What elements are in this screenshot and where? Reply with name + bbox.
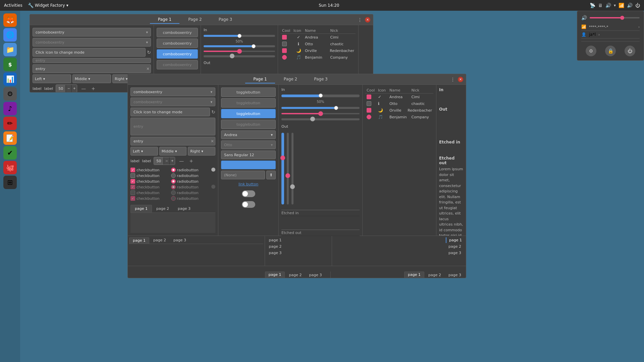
large-entry1[interactable]: entry — [130, 118, 215, 135]
small-check-orville[interactable] — [282, 48, 287, 53]
large-vb-tab3-page3[interactable]: page 3 — [445, 272, 465, 278]
small-toggle2[interactable]: comboboxentry — [157, 39, 198, 48]
large-switch2[interactable] — [242, 201, 255, 208]
large-hslider-pink-thumb[interactable] — [318, 111, 323, 116]
large-toggle4[interactable]: togglebutton — [221, 120, 276, 129]
large-check-andrea[interactable] — [367, 95, 371, 99]
small-combobox1[interactable]: comboboxentry ▾ — [33, 28, 151, 37]
large-radio1-box[interactable] — [171, 168, 176, 172]
volume-tray-icon[interactable]: 🔊 — [627, 3, 633, 8]
small-entry2-clear-icon[interactable]: × — [146, 66, 150, 71]
small-toggle1[interactable]: comboboxentry — [157, 28, 198, 37]
small-toggle3[interactable]: comboboxentry — [157, 49, 198, 59]
app-title-area[interactable]: 🔧 Widget Factory ▾ — [28, 3, 68, 8]
desktop-icon-music[interactable]: ♪ — [3, 102, 17, 115]
small-table-row-andrea[interactable]: ✓ Andrea Cimi — [281, 34, 356, 41]
large-vb-tab2-page3[interactable]: page 3 — [306, 272, 325, 278]
small-entry1[interactable]: entry — [33, 58, 151, 63]
large-table-row-benjamin[interactable]: 🎵 Benjamin Company — [365, 114, 433, 120]
large-switch1[interactable] — [242, 190, 255, 197]
large-nb-tab1[interactable]: page 1 — [130, 205, 152, 213]
large-vslider2[interactable] — [287, 133, 289, 204]
small-window-close-button[interactable]: × — [365, 17, 370, 22]
large-link-button[interactable]: link button — [221, 181, 276, 188]
power-action-button[interactable]: ⏻ — [625, 46, 635, 56]
large-table-row-andrea[interactable]: ✓ Andrea Cimi — [365, 94, 433, 100]
large-checkbutton5[interactable]: checkbutton — [130, 190, 168, 195]
large-radiobutton3[interactable]: radiobutton — [171, 179, 209, 184]
large-bottom-list2-page3[interactable]: page 3 — [266, 250, 330, 256]
large-vb-tab3-page2[interactable]: page 2 — [425, 272, 444, 278]
large-tab-page3[interactable]: Page 3 — [306, 75, 336, 83]
large-radiobutton5[interactable]: radiobutton — [171, 190, 209, 195]
small-check-otto[interactable] — [282, 42, 287, 46]
network-tray-icon[interactable]: 📡 — [590, 3, 595, 8]
small-hslider2-thumb[interactable] — [252, 44, 256, 48]
large-table-row-orville[interactable]: 🌙 Orville Redenbacher — [365, 107, 433, 114]
large-vslider3-thumb[interactable] — [290, 184, 295, 189]
small-hslider-pink-thumb[interactable] — [237, 49, 242, 54]
large-tab-page1[interactable]: Page 1 — [245, 75, 275, 83]
small-spin-plus[interactable]: + — [72, 85, 77, 92]
large-combo-otto[interactable]: Otto ▾ — [221, 140, 276, 149]
large-bottom-list2-page2[interactable]: page 2 — [266, 244, 330, 249]
small-hslider3-thumb[interactable] — [230, 54, 234, 58]
large-checkbutton3[interactable]: checkbutton — [130, 179, 168, 184]
large-file-chooser[interactable]: (None) — [221, 171, 265, 179]
large-hslider3-thumb[interactable] — [310, 117, 315, 121]
wifi-row[interactable]: 📶 ****-****-* › — [581, 23, 640, 31]
small-entry2[interactable]: entry — [33, 64, 151, 73]
small-align-middle[interactable]: Middle▾ — [72, 74, 111, 83]
desktop-icon-apps[interactable]: ⊞ — [3, 176, 17, 189]
large-hslider1[interactable] — [281, 95, 360, 97]
volume-slider[interactable] — [590, 17, 640, 18]
user-row[interactable]: 👤 ja*l › — [581, 31, 640, 39]
large-check1-box[interactable] — [130, 168, 135, 172]
large-checkbutton2[interactable]: checkbutton — [130, 173, 168, 178]
large-vslider3[interactable] — [291, 133, 293, 204]
large-checkbutton6[interactable]: checkbutton — [130, 196, 168, 201]
large-vslider2-thumb[interactable] — [285, 173, 290, 178]
large-table-row-otto[interactable]: ℹ Otto chaotic — [365, 100, 433, 107]
small-spin-box[interactable]: 50 − + — [56, 84, 77, 92]
small-check-benjamin[interactable] — [282, 55, 287, 60]
large-hslider2[interactable] — [281, 107, 360, 109]
large-nb-tab2[interactable]: page 2 — [152, 205, 173, 213]
desktop-icon-gitkraken[interactable]: 🐙 — [3, 161, 17, 174]
large-check5-box[interactable] — [130, 190, 135, 195]
small-tab-page2[interactable]: Page 2 — [180, 16, 210, 24]
small-align-left[interactable]: Left▾ — [33, 74, 71, 83]
large-combobox2[interactable]: comboboxentry ▾ — [130, 98, 215, 106]
desktop-icon-firefox[interactable]: 🦊 — [3, 13, 17, 27]
large-icon-mode-entry[interactable]: Click icon to change mode — [130, 108, 210, 116]
large-vslider1-thumb[interactable] — [280, 156, 285, 160]
small-hslider-pink[interactable] — [204, 51, 275, 52]
desktop-icon-dollar[interactable]: $ — [3, 58, 17, 71]
volume-thumb[interactable] — [620, 16, 624, 20]
large-align-right[interactable]: Right▾ — [188, 147, 215, 156]
large-nb-tab3[interactable]: page 3 — [173, 205, 195, 213]
large-checkbutton1[interactable]: checkbutton — [130, 168, 168, 172]
display-tray-icon[interactable]: 🖥 — [598, 3, 603, 8]
desktop-icon-gnome-settings[interactable]: ⚙ — [3, 87, 17, 101]
large-check3-box[interactable] — [130, 179, 135, 184]
large-bottom-list3-page3[interactable]: page 3 — [446, 250, 465, 256]
large-bottom-list3-page1[interactable]: page 1 — [446, 237, 465, 243]
large-combobox1[interactable]: comboboxentry ▾ — [130, 87, 215, 96]
large-radiobutton4[interactable]: radiobutton — [171, 185, 209, 189]
activities-button[interactable]: Activities — [4, 3, 22, 8]
small-toggle4[interactable]: comboboxentry — [157, 60, 198, 69]
large-entry2-clear-icon[interactable]: × — [211, 139, 214, 143]
large-toggle1[interactable]: togglebutton — [221, 87, 276, 97]
large-vslider1[interactable] — [281, 133, 284, 204]
desktop-icon-todo[interactable]: ✔ — [3, 146, 17, 160]
small-table-row-otto[interactable]: ℹ Otto chaotic — [281, 41, 356, 47]
small-spin-minus[interactable]: − — [66, 85, 71, 92]
large-check-otto[interactable] — [367, 101, 371, 106]
small-table-row-benjamin[interactable]: 🎵 Benjamin Company — [281, 54, 356, 61]
large-vb-tab3-page1[interactable]: page 1 — [404, 272, 424, 278]
small-hslider3[interactable] — [204, 55, 275, 57]
large-bottom-tab1-page3[interactable]: page 3 — [170, 237, 190, 244]
large-color-button[interactable] — [221, 161, 276, 169]
small-hslider1[interactable] — [204, 35, 275, 37]
